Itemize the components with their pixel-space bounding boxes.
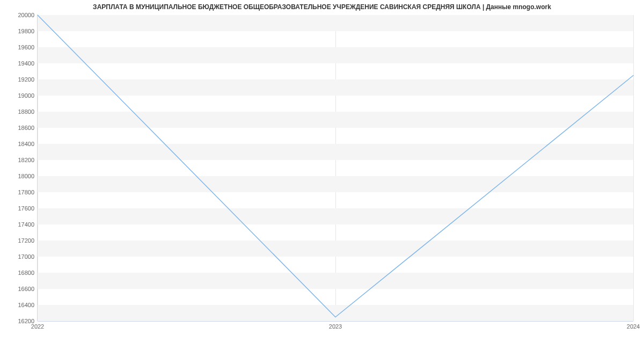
y-tick-label: 18200 — [2, 157, 34, 163]
y-tick-label: 19400 — [2, 60, 34, 67]
y-tick-label: 17000 — [2, 253, 34, 260]
y-tick-label: 16400 — [2, 302, 34, 308]
y-tick-label: 16800 — [2, 270, 34, 276]
x-tick-label: 2022 — [31, 323, 44, 330]
y-tick-label: 19000 — [2, 92, 34, 99]
y-tick-label: 19600 — [2, 44, 34, 50]
y-tick-label: 17800 — [2, 189, 34, 195]
x-tick-label: 2024 — [627, 323, 640, 330]
y-tick-label: 19800 — [2, 28, 34, 34]
x-tick-label: 2023 — [329, 323, 342, 330]
plot-area — [38, 15, 633, 321]
grid-line-v — [633, 15, 634, 321]
y-tick-label: 18800 — [2, 108, 34, 115]
y-tick-label: 17200 — [2, 237, 34, 244]
y-tick-label: 18600 — [2, 125, 34, 131]
y-tick-label: 16200 — [2, 318, 34, 324]
y-tick-label: 17400 — [2, 221, 34, 228]
series-line — [38, 15, 633, 317]
chart-title: ЗАРПЛАТА В МУНИЦИПАЛЬНОЕ БЮДЖЕТНОЕ ОБЩЕО… — [0, 3, 644, 11]
y-tick-label: 16600 — [2, 286, 34, 292]
y-tick-label: 19200 — [2, 76, 34, 83]
y-tick-label: 20000 — [2, 12, 34, 18]
y-tick-label: 17600 — [2, 205, 34, 212]
x-axis-line — [38, 321, 633, 322]
salary-line-chart: ЗАРПЛАТА В МУНИЦИПАЛЬНОЕ БЮДЖЕТНОЕ ОБЩЕО… — [0, 0, 644, 349]
y-tick-label: 18400 — [2, 141, 34, 147]
y-tick-label: 18000 — [2, 173, 34, 179]
series-svg — [38, 15, 633, 321]
y-axis-line — [37, 15, 38, 321]
